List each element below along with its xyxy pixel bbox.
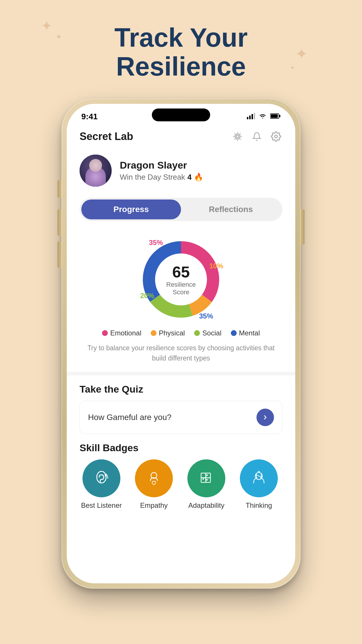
quiz-question: How Gameful are you? (88, 413, 171, 422)
sparkle-decoration-1: ✦ (41, 18, 52, 34)
legend-emotional: Emotional (102, 329, 141, 337)
battery-icon (270, 113, 281, 120)
profile-info: Dragon Slayer Win the Day Streak 4 🔥 (120, 160, 203, 182)
profile-name: Dragon Slayer (120, 160, 203, 171)
sparkle-decoration-3: ✦ (295, 45, 308, 63)
badges-section-title: Skill Badges (80, 442, 282, 454)
streak-label: Win the Day Streak (120, 173, 185, 182)
resilience-score: 65 (166, 263, 196, 281)
quiz-card[interactable]: How Gameful are you? (80, 401, 282, 434)
svg-rect-0 (247, 117, 248, 119)
legend-physical: Physical (151, 329, 185, 337)
badge-thinking[interactable]: Thinking (237, 459, 281, 510)
thinking-label: Thinking (246, 501, 272, 510)
phone-button-volume-up (57, 209, 61, 236)
best-listener-circle (82, 459, 120, 497)
donut-chart: 65 ResilienceScore 35% 10% 20% 35% (137, 236, 225, 323)
chart-legend: Emotional Physical Social Mental (80, 329, 282, 337)
quiz-arrow-button[interactable] (256, 409, 274, 426)
top-nav: Secret Lab (80, 124, 282, 149)
badge-empathy[interactable]: Empathy (132, 459, 176, 510)
chart-section: 65 ResilienceScore 35% 10% 20% 35% Emoti… (80, 230, 282, 372)
adaptability-label: Adaptability (188, 501, 224, 510)
tab-progress[interactable]: Progress (81, 200, 181, 219)
svg-point-8 (235, 134, 240, 139)
nav-icons (231, 130, 282, 143)
tab-reflections[interactable]: Reflections (181, 200, 281, 219)
best-listener-label: Best Listener (81, 501, 122, 510)
tab-switcher: Progress Reflections (80, 198, 282, 221)
sparkle-decoration-2: ✦ (55, 32, 62, 42)
physical-label: Physical (159, 329, 185, 337)
social-label: Social (202, 329, 221, 337)
status-icons (247, 113, 281, 120)
resilience-label: ResilienceScore (166, 281, 196, 296)
chart-hint: Try to balance your resilience scores by… (80, 343, 282, 363)
streak-count: 4 (187, 173, 191, 182)
social-dot (194, 330, 200, 336)
streak-fire-icon: 🔥 (194, 173, 203, 182)
svg-rect-6 (279, 115, 280, 117)
wifi-icon (259, 113, 267, 120)
page-title: Track Your Resilience (115, 23, 248, 81)
avatar (80, 155, 112, 187)
phone-button-power (301, 209, 305, 244)
pct-emotional: 35% (149, 239, 163, 247)
emotional-dot (102, 330, 108, 336)
empathy-label: Empathy (140, 501, 168, 510)
dynamic-island (152, 108, 210, 121)
settings-icon[interactable] (270, 130, 282, 143)
svg-rect-2 (252, 114, 253, 119)
badge-adaptability[interactable]: Adaptability (184, 459, 228, 510)
notification-bell-icon[interactable] (250, 130, 263, 143)
phone-mockup: 9:41 (61, 99, 301, 589)
legend-mental: Mental (231, 329, 260, 337)
adaptability-circle (187, 459, 225, 497)
svg-point-9 (275, 135, 277, 138)
thinking-circle (240, 459, 278, 497)
profile-section: Dragon Slayer Win the Day Streak 4 🔥 (80, 149, 282, 195)
emotional-label: Emotional (110, 329, 141, 337)
section-divider (67, 372, 295, 375)
app-name: Secret Lab (80, 130, 133, 143)
svg-rect-16 (201, 473, 206, 478)
svg-point-7 (236, 135, 239, 138)
badge-best-listener[interactable]: Best Listener (80, 459, 123, 510)
quiz-section-title: Take the Quiz (80, 384, 282, 395)
brain-icon[interactable] (231, 130, 244, 143)
pct-social: 20% (140, 292, 154, 300)
pct-physical: 10% (209, 262, 223, 270)
physical-dot (151, 330, 157, 336)
svg-rect-1 (249, 116, 251, 119)
badges-row: Best Listener (80, 459, 282, 518)
mental-dot (231, 330, 237, 336)
empathy-circle (135, 459, 173, 497)
svg-rect-3 (254, 113, 255, 119)
sparkle-decoration-4: ✦ (290, 64, 295, 72)
mental-label: Mental (239, 329, 260, 337)
pct-mental: 35% (199, 312, 213, 320)
svg-point-14 (97, 471, 106, 483)
phone-button-volume-down (57, 242, 61, 268)
donut-center: 65 ResilienceScore (166, 263, 196, 296)
svg-rect-5 (271, 114, 278, 118)
signal-icon (247, 113, 255, 120)
legend-social: Social (194, 329, 221, 337)
status-time: 9:41 (81, 112, 98, 121)
streak-row: Win the Day Streak 4 🔥 (120, 173, 203, 182)
phone-button-mute (57, 180, 61, 198)
app-content: Secret Lab (67, 124, 295, 518)
